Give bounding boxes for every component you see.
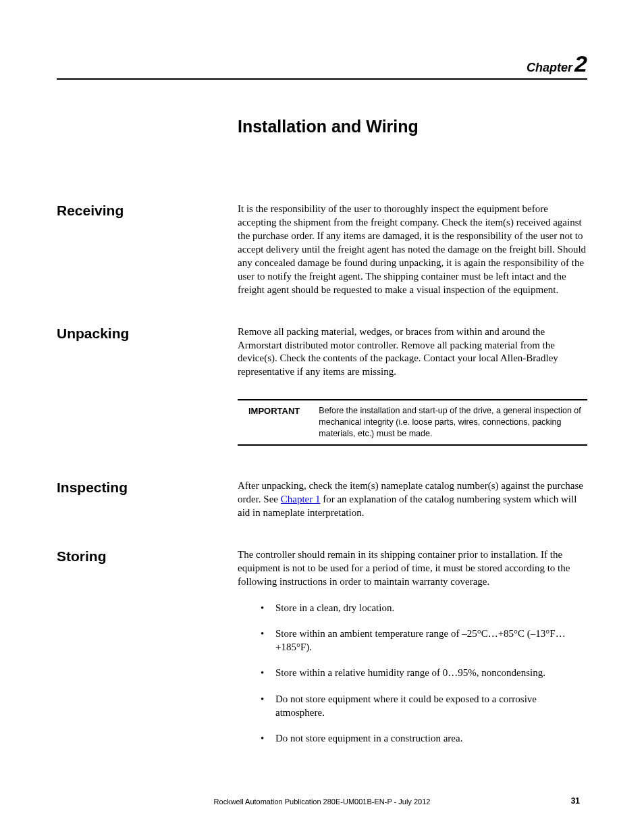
paragraph: The controller should remain in its ship… bbox=[238, 548, 587, 589]
paragraph: It is the responsibility of the user to … bbox=[238, 203, 587, 297]
chapter-1-link[interactable]: Chapter 1 bbox=[281, 494, 321, 504]
list-item: Store within a relative humidity range o… bbox=[251, 666, 587, 679]
body-unpacking: Remove all packing material, wedges, or … bbox=[238, 325, 587, 380]
footer-publication: Rockwell Automation Publication 280E-UM0… bbox=[0, 798, 644, 806]
paragraph: After unpacking, check the item(s) namep… bbox=[238, 479, 587, 520]
list-item: Store within an ambient temperature rang… bbox=[251, 627, 587, 654]
page-number: 31 bbox=[571, 796, 580, 806]
body-inspecting: After unpacking, check the item(s) namep… bbox=[238, 479, 587, 520]
storing-list: Store in a clean, dry location. Store wi… bbox=[238, 601, 587, 746]
heading-unpacking: Unpacking bbox=[57, 325, 238, 342]
body-storing: The controller should remain in its ship… bbox=[238, 548, 587, 758]
heading-storing: Storing bbox=[57, 548, 238, 565]
chapter-title: Installation and Wiring bbox=[238, 117, 587, 136]
heading-receiving: Receiving bbox=[57, 203, 238, 219]
list-item: Do not store equipment where it could be… bbox=[251, 692, 587, 720]
important-callout: IMPORTANT Before the installation and st… bbox=[238, 399, 587, 446]
chapter-header: Chapter2 bbox=[57, 51, 587, 77]
section-inspecting: Inspecting After unpacking, check the it… bbox=[57, 479, 587, 520]
chapter-label: Chapter bbox=[527, 61, 572, 74]
important-label: IMPORTANT bbox=[238, 405, 300, 416]
section-unpacking: Unpacking Remove all packing material, w… bbox=[57, 325, 587, 380]
header-rule bbox=[57, 78, 587, 80]
list-item: Do not store equipment in a construction… bbox=[251, 731, 587, 745]
heading-inspecting: Inspecting bbox=[57, 479, 238, 496]
section-storing: Storing The controller should remain in … bbox=[57, 548, 587, 758]
paragraph: Remove all packing material, wedges, or … bbox=[238, 325, 587, 380]
body-receiving: It is the responsibility of the user to … bbox=[238, 203, 587, 297]
chapter-number: 2 bbox=[574, 51, 587, 76]
list-item: Store in a clean, dry location. bbox=[251, 601, 587, 615]
important-text: Before the installation and start-up of … bbox=[319, 405, 587, 440]
section-receiving: Receiving It is the responsibility of th… bbox=[57, 203, 587, 297]
